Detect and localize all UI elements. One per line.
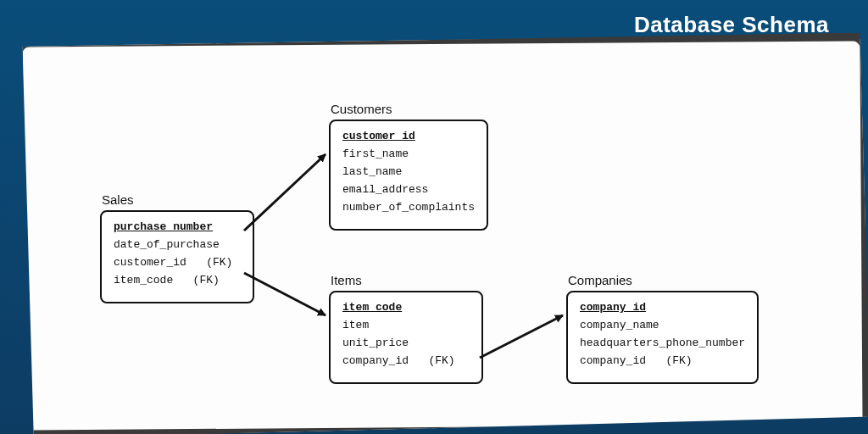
relation-arrow bbox=[244, 154, 326, 231]
entity-box: purchase number date_of_purchase custome… bbox=[100, 210, 254, 303]
primary-key: customer_id bbox=[342, 130, 475, 142]
field: date_of_purchase bbox=[114, 238, 241, 251]
entity-box: company_id company_name headquarters_pho… bbox=[566, 291, 759, 384]
field: company_id (FK) bbox=[342, 354, 470, 367]
field: first_name bbox=[342, 147, 475, 160]
entity-companies: Companies company_id company_name headqu… bbox=[566, 273, 759, 384]
field: company_id (FK) bbox=[580, 354, 745, 367]
entity-title: Companies bbox=[568, 273, 759, 287]
field: email_address bbox=[342, 183, 475, 196]
field: item_code (FK) bbox=[114, 274, 241, 287]
field: item bbox=[342, 319, 470, 331]
entity-items: Items item code item unit_price company_… bbox=[329, 273, 483, 384]
entity-box: customer_id first_name last_name email_a… bbox=[329, 120, 488, 231]
relation-arrow bbox=[480, 315, 563, 358]
diagram-card: Sales purchase number date_of_purchase c… bbox=[14, 32, 868, 434]
field: unit_price bbox=[342, 337, 470, 349]
field: customer_id (FK) bbox=[114, 256, 241, 269]
entity-title: Customers bbox=[331, 102, 488, 116]
entity-title: Sales bbox=[102, 192, 254, 207]
entity-customers: Customers customer_id first_name last_na… bbox=[329, 102, 488, 231]
entity-sales: Sales purchase number date_of_purchase c… bbox=[100, 192, 254, 303]
entity-box: item code item unit_price company_id (FK… bbox=[329, 291, 483, 384]
primary-key: purchase number bbox=[114, 220, 241, 233]
field: company_name bbox=[580, 319, 745, 331]
primary-key: item code bbox=[342, 301, 470, 314]
relation-arrow bbox=[244, 273, 326, 315]
field: number_of_complaints bbox=[342, 201, 475, 214]
field: last_name bbox=[342, 165, 475, 178]
entity-title: Items bbox=[331, 273, 483, 287]
primary-key: company_id bbox=[580, 301, 745, 314]
field: headquarters_phone_number bbox=[580, 337, 745, 349]
